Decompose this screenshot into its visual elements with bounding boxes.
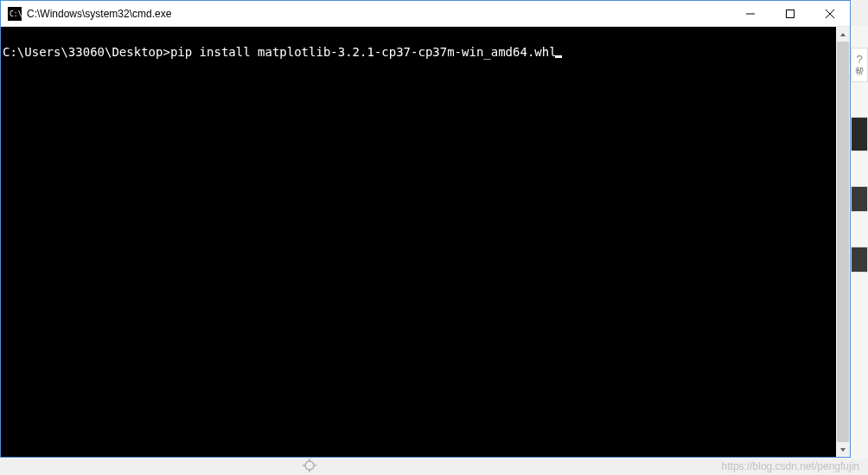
scrollbar-track[interactable]: [836, 42, 850, 442]
chevron-down-icon: [839, 446, 846, 453]
window-controls: [731, 1, 850, 26]
close-icon: [826, 10, 834, 18]
command-text: pip install matplotlib-3.2.1-cp37-cp37m-…: [170, 45, 557, 59]
help-widget[interactable]: ? 帮: [851, 48, 868, 82]
help-label: 帮: [855, 66, 864, 78]
maximize-button[interactable]: [770, 1, 810, 26]
chevron-up-icon: [839, 31, 846, 38]
target-icon: [303, 459, 316, 472]
sidebar-thumb-1[interactable]: [851, 117, 868, 151]
sidebar-thumb-2[interactable]: [851, 186, 868, 212]
prompt: C:\Users\33060\Desktop>: [3, 45, 170, 59]
window-title: C:\Windows\system32\cmd.exe: [27, 8, 731, 20]
terminal[interactable]: C:\Users\33060\Desktop>pip install matpl…: [1, 27, 836, 457]
cursor: [555, 55, 562, 58]
help-icon: ?: [856, 53, 862, 66]
right-panel: ? 帮: [851, 26, 868, 459]
minimize-button[interactable]: [731, 1, 770, 26]
sidebar-thumb-3[interactable]: [851, 247, 868, 273]
close-button[interactable]: [810, 1, 850, 26]
cmd-window: C:\ C:\Windows\system32\cmd.exe: [0, 0, 851, 458]
scroll-down-button[interactable]: [836, 442, 850, 457]
cmd-icon: C:\: [8, 7, 22, 21]
maximize-icon: [786, 10, 795, 18]
svg-rect-3: [787, 10, 795, 17]
svg-point-6: [305, 461, 314, 470]
scrollbar-thumb[interactable]: [837, 42, 849, 442]
scroll-up-button[interactable]: [836, 27, 850, 42]
svg-text:C:\: C:\: [10, 10, 22, 18]
minimize-icon: [746, 10, 755, 18]
scrollbar[interactable]: [836, 27, 850, 457]
titlebar[interactable]: C:\ C:\Windows\system32\cmd.exe: [1, 1, 850, 27]
watermark: https://blog.csdn.net/pengfujin: [722, 460, 859, 472]
terminal-container: C:\Users\33060\Desktop>pip install matpl…: [1, 27, 850, 457]
terminal-line: C:\Users\33060\Desktop>pip install matpl…: [1, 27, 836, 60]
